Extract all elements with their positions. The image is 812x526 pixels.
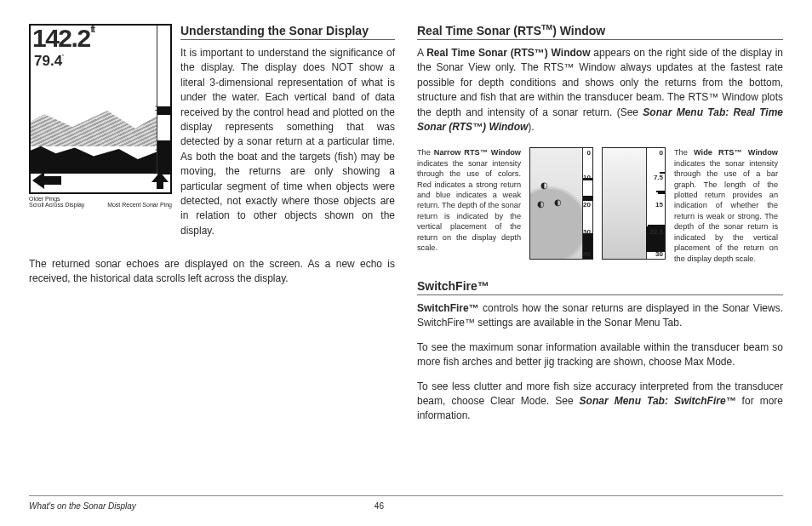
- rts-strip: [157, 26, 170, 174]
- fish-icon: ◐: [540, 180, 548, 190]
- arrow-up-icon: [152, 172, 169, 192]
- tick-15: 15: [655, 201, 663, 209]
- page-footer: What's on the Sonar Display 46: [29, 495, 783, 511]
- depth-secondary-readout: 79.4': [34, 53, 64, 70]
- heading-understanding: Understanding the Sonar Display: [180, 24, 395, 40]
- heading-rts-post: ) Window: [552, 24, 605, 37]
- rts-para: A Real Time Sonar (RTS™) Window appears …: [417, 46, 783, 134]
- tick-20: 20: [583, 201, 591, 209]
- fish-icon: ◐: [537, 199, 545, 209]
- sf-para1-bold: SwitchFire™: [417, 302, 479, 314]
- depth-main-readout: 142.2ft: [32, 26, 94, 51]
- depth-main-unit: ft: [91, 25, 94, 34]
- left-column: 142.2ft 79.4' 4.3mph 0 50 100 150 200: [29, 24, 395, 489]
- wide-caption-pre: The: [674, 148, 694, 157]
- sonar-screen-illustration: 142.2ft 79.4' 4.3mph 0 50 100 150 200: [29, 24, 172, 194]
- sonar-return-band: [31, 111, 170, 146]
- right-column: Real Time Sonar (RTSTM) Window A Real Ti…: [417, 24, 783, 489]
- sf-para1: SwitchFire™ controls how the sonar retur…: [417, 301, 783, 331]
- caption-left: Older Pings Scroll Across Display: [29, 196, 84, 208]
- two-column-layout: 142.2ft 79.4' 4.3mph 0 50 100 150 200: [29, 24, 783, 489]
- narrow-caption-pre: The: [417, 148, 434, 157]
- sonar-display-figure: 142.2ft 79.4' 4.3mph 0 50 100 150 200: [29, 24, 172, 248]
- narrow-caption-body: indicates the sonar intensity through th…: [417, 159, 521, 252]
- caption-left-line1: Older Pings: [29, 196, 84, 202]
- svg-marker-0: [32, 172, 61, 189]
- sonar-figure-caption: Older Pings Scroll Across Display Most R…: [29, 196, 172, 208]
- wide-caption-bold: Wide RTS™ Window: [694, 148, 778, 157]
- understanding-para1: It is important to understand the signif…: [180, 46, 395, 238]
- fish-icon: ◐: [554, 197, 562, 207]
- svg-marker-1: [152, 172, 169, 189]
- depth-sub-value: 79.4: [34, 53, 62, 69]
- depth-main-value: 142.2: [32, 24, 90, 52]
- rts-figures-row: The Narrow RTS™ Window indicates the son…: [417, 147, 783, 264]
- wide-caption: The Wide RTS™ Window indicates the sonar…: [674, 147, 778, 264]
- tick-0: 0: [660, 149, 663, 157]
- figure-and-intro: 142.2ft 79.4' 4.3mph 0 50 100 150 200: [29, 24, 395, 248]
- heading-switchfire: SwitchFire™: [417, 279, 783, 295]
- narrow-caption-bold: Narrow RTS™ Window: [434, 148, 521, 157]
- wide-rts-figure: 0 7.5 15 22.5 30: [602, 147, 666, 260]
- depth-sub-unit: ': [62, 53, 64, 60]
- tick-22: 22.5: [649, 228, 663, 236]
- manual-page: 142.2ft 79.4' 4.3mph 0 50 100 150 200: [0, 0, 812, 526]
- tick-7: 7.5: [654, 174, 663, 181]
- sf-para3: To see less clutter and more fish size a…: [417, 380, 783, 424]
- tick-40: 40: [583, 250, 591, 258]
- footer-page-number: 46: [375, 501, 384, 511]
- heading-rts-pre: Real Time Sonar (RTS: [417, 24, 541, 37]
- rts-para-c: ).: [528, 121, 534, 133]
- sonar-bottom-fill: [31, 145, 157, 174]
- narrow-rts-figure: ◐ ◐ ◐ 0 10 20 30 40: [529, 147, 593, 260]
- wide-caption-body: indicates the sonar intensity through th…: [674, 159, 778, 263]
- caption-right: Most Recent Sonar Ping: [107, 202, 172, 208]
- understanding-para2: The returned sonar echoes are displayed …: [29, 257, 395, 287]
- rts-para-bold: Real Time Sonar (RTS™) Window: [426, 47, 590, 59]
- tick-10: 10: [583, 174, 591, 181]
- sf-para3-ref: Sonar Menu Tab: SwitchFire™: [580, 395, 736, 407]
- tm-mark: TM: [541, 23, 552, 31]
- sf-para2: To see the maximum sonar information ava…: [417, 340, 783, 370]
- narrow-caption: The Narrow RTS™ Window indicates the son…: [417, 147, 521, 264]
- footer-section-title: What's on the Sonar Display: [29, 501, 136, 511]
- tick-0: 0: [587, 149, 591, 157]
- understanding-block: Understanding the Sonar Display It is im…: [180, 24, 395, 248]
- tick-30: 30: [583, 228, 591, 236]
- heading-rts: Real Time Sonar (RTSTM) Window: [417, 24, 783, 40]
- tick-30: 30: [655, 250, 663, 258]
- arrow-left-icon: [32, 172, 61, 192]
- rts-para-a: A: [417, 47, 426, 59]
- arrow-row: [31, 174, 170, 192]
- caption-left-line2: Scroll Across Display: [29, 202, 84, 208]
